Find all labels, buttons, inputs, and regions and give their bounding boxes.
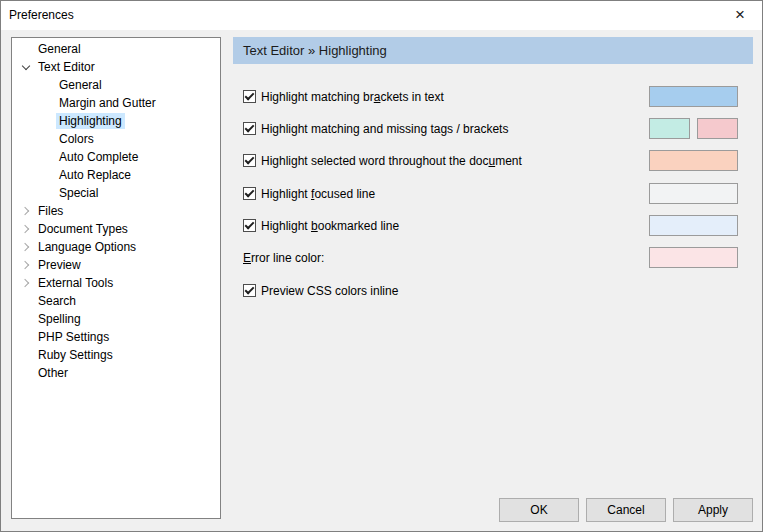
bookmarked-line-label: Highlight bookmarked line xyxy=(261,219,399,233)
selected-word-color-swatch[interactable] xyxy=(649,150,738,171)
sidebar-item-label: General xyxy=(35,41,84,57)
sidebar-item-special[interactable]: Special xyxy=(12,184,220,202)
error-line-color-swatch[interactable] xyxy=(649,247,738,268)
sidebar-item-ruby-settings[interactable]: Ruby Settings xyxy=(12,346,220,364)
tags-brackets-swatch-group xyxy=(649,118,738,139)
sidebar-item-text-editor[interactable]: Text Editor xyxy=(12,58,220,76)
sidebar-item-php-settings[interactable]: PHP Settings xyxy=(12,328,220,346)
sidebar-item-margin-and-gutter[interactable]: Margin and Gutter xyxy=(12,94,220,112)
selected-word-label: Highlight selected word throughout the d… xyxy=(261,154,522,168)
tags-brackets-label: Highlight matching and missing tags / br… xyxy=(261,122,508,136)
sidebar-item-language-options[interactable]: Language Options xyxy=(12,238,220,256)
sidebar-item-colors[interactable]: Colors xyxy=(12,130,220,148)
matching-brackets-swatch-group xyxy=(649,86,738,107)
matching-brackets-label: Highlight matching brackets in text xyxy=(261,90,444,104)
setting-row-bookmarked-line: Highlight bookmarked line xyxy=(243,215,738,236)
chevron-glyph xyxy=(21,243,29,251)
apply-button[interactable]: Apply xyxy=(673,498,753,522)
sidebar-item-label: Language Options xyxy=(35,239,139,255)
tags-brackets-checkbox[interactable] xyxy=(243,122,256,135)
chevron-glyph xyxy=(21,279,29,287)
error-line-label-group: Error line color: xyxy=(243,251,324,265)
error-line-label: Error line color: xyxy=(243,251,324,265)
sidebar-item-external-tools[interactable]: External Tools xyxy=(12,274,220,292)
sidebar-item-highlighting[interactable]: Highlighting xyxy=(12,112,220,130)
sidebar-item-label: Files xyxy=(35,203,66,219)
setting-row-matching-brackets: Highlight matching brackets in text xyxy=(243,86,738,107)
settings-tree: GeneralText EditorGeneralMargin and Gutt… xyxy=(11,37,221,519)
missing-tag-color-swatch[interactable] xyxy=(697,118,738,139)
sidebar-item-label: Other xyxy=(35,365,71,381)
sidebar-item-auto-complete[interactable]: Auto Complete xyxy=(12,148,220,166)
sidebar-item-label: Auto Complete xyxy=(56,149,141,165)
error-line-swatch-group xyxy=(649,247,738,268)
sidebar-item-label: Search xyxy=(35,293,79,309)
focused-line-label: Highlight focused line xyxy=(261,187,375,201)
sidebar-item-spelling[interactable]: Spelling xyxy=(12,310,220,328)
page-title: Text Editor » Highlighting xyxy=(233,37,753,64)
preview-css-label: Preview CSS colors inline xyxy=(261,284,398,298)
sidebar-item-label: Special xyxy=(56,185,101,201)
sidebar-item-files[interactable]: Files xyxy=(12,202,220,220)
sidebar-item-auto-replace[interactable]: Auto Replace xyxy=(12,166,220,184)
setting-row-selected-word: Highlight selected word throughout the d… xyxy=(243,150,738,171)
sidebar-item-label: Highlighting xyxy=(56,113,125,129)
tags-brackets-label-group: Highlight matching and missing tags / br… xyxy=(243,122,508,136)
focused-line-swatch-group xyxy=(649,183,738,204)
sidebar-item-label: Text Editor xyxy=(35,59,98,75)
cancel-button[interactable]: Cancel xyxy=(586,498,666,522)
setting-row-error-line: Error line color: xyxy=(243,247,738,268)
bookmarked-line-checkbox[interactable] xyxy=(243,219,256,232)
focused-line-label-group: Highlight focused line xyxy=(243,187,375,201)
sidebar-item-label: Preview xyxy=(35,257,84,273)
bookmarked-line-color-swatch[interactable] xyxy=(649,215,738,236)
chevron-glyph xyxy=(22,62,30,70)
sidebar-item-label: Document Types xyxy=(35,221,131,237)
sidebar-item-search[interactable]: Search xyxy=(12,292,220,310)
sidebar-item-label: General xyxy=(56,77,105,93)
setting-row-tags-brackets: Highlight matching and missing tags / br… xyxy=(243,118,738,139)
matching-brackets-label-group: Highlight matching brackets in text xyxy=(243,90,444,104)
chevron-glyph xyxy=(21,261,29,269)
setting-row-preview-css: Preview CSS colors inline xyxy=(243,280,738,301)
matching-tag-color-swatch[interactable] xyxy=(649,118,690,139)
sidebar-item-document-types[interactable]: Document Types xyxy=(12,220,220,238)
bookmarked-line-label-group: Highlight bookmarked line xyxy=(243,219,399,233)
sidebar-item-label: Spelling xyxy=(35,311,84,327)
sidebar-item-label: Margin and Gutter xyxy=(56,95,159,111)
window-title: Preferences xyxy=(9,0,74,30)
ok-button[interactable]: OK xyxy=(499,498,579,522)
sidebar-item-label: Colors xyxy=(56,131,97,147)
selected-word-label-group: Highlight selected word throughout the d… xyxy=(243,154,522,168)
close-icon[interactable]: × xyxy=(717,0,763,30)
sidebar-item-label: Ruby Settings xyxy=(35,347,116,363)
focused-line-checkbox[interactable] xyxy=(243,187,256,200)
sidebar-item-label: Auto Replace xyxy=(56,167,134,183)
sidebar-item-preview[interactable]: Preview xyxy=(12,256,220,274)
selected-word-swatch-group xyxy=(649,150,738,171)
preview-css-checkbox[interactable] xyxy=(243,284,256,297)
sidebar-item-label: External Tools xyxy=(35,275,116,291)
preview-css-label-group: Preview CSS colors inline xyxy=(243,284,398,298)
focused-line-color-swatch[interactable] xyxy=(649,183,738,204)
sidebar-item-general[interactable]: General xyxy=(12,76,220,94)
title-bar: Preferences × xyxy=(0,0,763,30)
chevron-glyph xyxy=(21,225,29,233)
sidebar-item-other[interactable]: Other xyxy=(12,364,220,382)
bookmarked-line-swatch-group xyxy=(649,215,738,236)
setting-row-focused-line: Highlight focused line xyxy=(243,183,738,204)
selected-word-checkbox[interactable] xyxy=(243,154,256,167)
sidebar-item-label: PHP Settings xyxy=(35,329,112,345)
chevron-glyph xyxy=(21,207,29,215)
matching-brackets-color-swatch[interactable] xyxy=(649,86,738,107)
sidebar-item-general[interactable]: General xyxy=(12,40,220,58)
matching-brackets-checkbox[interactable] xyxy=(243,90,256,103)
